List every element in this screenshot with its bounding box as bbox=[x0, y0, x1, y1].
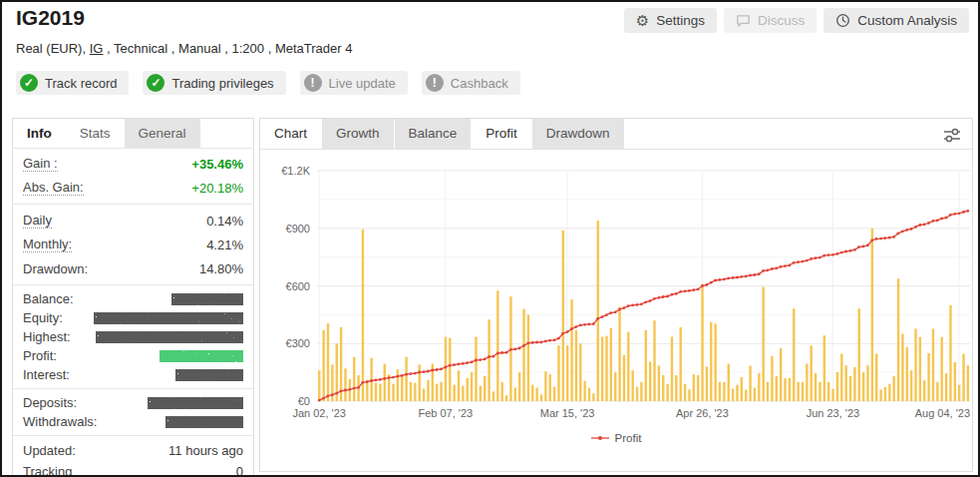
discuss-button[interactable]: Discuss bbox=[724, 8, 817, 33]
abs-gain-label[interactable]: Abs. Gain: bbox=[23, 180, 84, 196]
tab-balance[interactable]: Balance bbox=[395, 119, 472, 149]
stat-row-abs-gain: Abs. Gain: +20.18% bbox=[23, 176, 243, 200]
abs-gain-value: +20.18% bbox=[191, 181, 243, 196]
legend-label: Profit bbox=[615, 432, 642, 444]
deposits-label: Deposits: bbox=[23, 395, 77, 410]
gain-label[interactable]: Gain : bbox=[23, 156, 58, 172]
page-title: IG2019 bbox=[16, 6, 85, 30]
badge-track-record[interactable]: ✓ Track record bbox=[16, 71, 129, 95]
chat-icon bbox=[736, 13, 751, 28]
check-circle-icon: ✓ bbox=[147, 74, 164, 92]
stat-row-balance: Balance: bbox=[23, 289, 243, 308]
discuss-button-label: Discuss bbox=[758, 13, 805, 28]
hidden-value-scribble bbox=[96, 331, 243, 343]
badge-live-update[interactable]: ! Live update bbox=[300, 71, 408, 95]
tab-chart[interactable]: Chart bbox=[260, 119, 321, 149]
stats-sidebar: Info Stats General Gain : +35.46% Abs. G… bbox=[12, 118, 254, 477]
badge-label: Live update bbox=[329, 76, 396, 91]
profit-label: Profit: bbox=[23, 348, 57, 363]
svg-text:€300: €300 bbox=[286, 337, 310, 349]
stat-row-tracking: Tracking 0 bbox=[23, 461, 243, 477]
equity-label: Equity: bbox=[23, 310, 63, 325]
custom-analysis-button[interactable]: Custom Analysis bbox=[823, 8, 969, 33]
hidden-value-scribble bbox=[94, 312, 243, 324]
custom-analysis-button-label: Custom Analysis bbox=[857, 13, 957, 28]
stat-row-monthly: Monthly: 4.21% bbox=[23, 233, 243, 256]
chart-tabs: Chart Growth Balance Profit Drawdown bbox=[260, 119, 972, 150]
hidden-value-scribble bbox=[148, 397, 243, 409]
interest-label: Interest: bbox=[23, 367, 70, 382]
profit-chart[interactable]: €0€300€600€900€1.2KJan 02, '23Feb 07, '2… bbox=[262, 161, 972, 422]
monthly-label[interactable]: Monthly: bbox=[23, 237, 72, 252]
svg-text:€600: €600 bbox=[286, 280, 310, 292]
divider bbox=[13, 204, 253, 205]
tracking-value: 0 bbox=[236, 464, 243, 477]
withdrawals-label: Withdrawals: bbox=[23, 414, 97, 429]
chart-panel: Chart Growth Balance Profit Drawdown €0€… bbox=[259, 118, 973, 472]
broker-link[interactable]: IG bbox=[90, 41, 104, 56]
tab-stats[interactable]: Stats bbox=[66, 119, 125, 148]
balance-label: Balance: bbox=[23, 291, 74, 306]
updated-label: Updated: bbox=[23, 443, 76, 458]
stat-row-drawdown: Drawdown: 14.80% bbox=[23, 256, 243, 280]
daily-value: 0.14% bbox=[206, 214, 243, 229]
badge-cashback[interactable]: ! Cashback bbox=[422, 71, 520, 95]
tab-growth[interactable]: Growth bbox=[322, 119, 394, 149]
header-actions: ⚙ Settings Discuss Custom Analysis bbox=[624, 8, 969, 33]
hidden-value-scribble bbox=[175, 369, 243, 381]
account-type: Real (EUR), bbox=[16, 41, 90, 56]
stat-row-interest: Interest: bbox=[23, 365, 243, 384]
stat-row-withdrawals: Withdrawals: bbox=[23, 412, 243, 431]
divider bbox=[13, 388, 253, 389]
settings-button-label: Settings bbox=[656, 13, 705, 28]
check-circle-icon: ✓ bbox=[20, 74, 38, 92]
badge-trading-privileges[interactable]: ✓ Trading privileges bbox=[143, 71, 285, 95]
svg-text:Apr 26, '23: Apr 26, '23 bbox=[676, 407, 729, 419]
divider bbox=[13, 435, 253, 436]
account-summary-line: Real (EUR), IG , Technical , Manual , 1:… bbox=[16, 41, 352, 56]
verification-badges: ✓ Track record ✓ Trading privileges ! Li… bbox=[16, 71, 520, 95]
legend-item-profit[interactable]: Profit bbox=[260, 432, 972, 444]
legend-line-marker-icon bbox=[591, 434, 609, 442]
badge-label: Cashback bbox=[451, 76, 508, 91]
stat-row-gain: Gain : +35.46% bbox=[23, 152, 243, 176]
account-details: , Technical , Manual , 1:200 , MetaTrade… bbox=[103, 41, 352, 56]
badge-label: Track record bbox=[45, 76, 117, 91]
tab-info[interactable]: Info bbox=[13, 119, 66, 148]
badge-label: Trading privileges bbox=[171, 76, 273, 91]
tab-profit[interactable]: Profit bbox=[472, 119, 531, 149]
updated-value: 11 hours ago bbox=[168, 443, 243, 458]
daily-label[interactable]: Daily bbox=[23, 213, 52, 229]
tracking-label: Tracking bbox=[23, 464, 72, 477]
stat-row-equity: Equity: bbox=[23, 308, 243, 327]
monthly-value: 4.21% bbox=[206, 238, 243, 252]
svg-text:Mar 15, '23: Mar 15, '23 bbox=[540, 407, 595, 419]
hidden-value-scribble-green bbox=[160, 350, 243, 362]
clock-icon bbox=[835, 13, 850, 28]
exclamation-circle-icon: ! bbox=[304, 74, 322, 92]
stat-row-highest: Highest: bbox=[23, 327, 243, 346]
svg-text:Feb 07, '23: Feb 07, '23 bbox=[418, 407, 473, 419]
hidden-value-scribble bbox=[165, 416, 243, 428]
gain-value: +35.46% bbox=[191, 157, 243, 172]
svg-text:Jun 23, '23: Jun 23, '23 bbox=[807, 407, 859, 419]
drawdown-label: Drawdown: bbox=[23, 261, 88, 276]
stat-row-deposits: Deposits: bbox=[23, 393, 243, 412]
svg-text:€0: €0 bbox=[298, 395, 310, 407]
exclamation-circle-icon: ! bbox=[426, 74, 444, 92]
svg-text:€900: €900 bbox=[286, 223, 310, 235]
settings-button[interactable]: ⚙ Settings bbox=[624, 8, 717, 33]
svg-text:€1.2K: €1.2K bbox=[281, 165, 310, 177]
tab-drawdown[interactable]: Drawdown bbox=[532, 119, 624, 149]
stat-row-updated: Updated: 11 hours ago bbox=[23, 440, 243, 461]
stat-row-profit: Profit: bbox=[23, 346, 243, 365]
sidebar-tabs: Info Stats General bbox=[13, 119, 253, 149]
divider bbox=[13, 284, 253, 285]
hidden-value-scribble bbox=[171, 293, 243, 305]
tab-general[interactable]: General bbox=[125, 119, 200, 148]
chart-settings-sliders-icon[interactable] bbox=[940, 123, 964, 147]
drawdown-value: 14.80% bbox=[199, 261, 243, 276]
gear-icon: ⚙ bbox=[636, 13, 649, 28]
svg-text:Aug 04, '23: Aug 04, '23 bbox=[915, 407, 970, 419]
highest-label: Highest: bbox=[23, 329, 71, 344]
